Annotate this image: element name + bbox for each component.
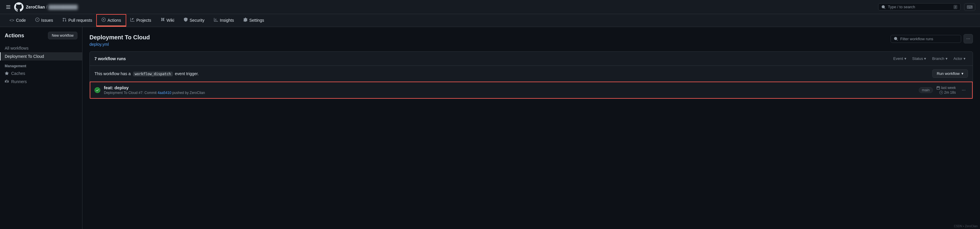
tab-issues[interactable]: Issues: [30, 15, 58, 26]
repo-path: ZeroClian / ██████████: [26, 5, 78, 9]
status-filter[interactable]: Status ▾: [910, 55, 929, 62]
run-item[interactable]: feat: deploy Deployment To Cloud #7: Com…: [90, 82, 973, 99]
sidebar-item-all-workflows[interactable]: All workflows: [0, 44, 82, 52]
filter-input[interactable]: Filter workflow runs: [891, 35, 961, 43]
repo-name[interactable]: ██████████: [48, 5, 77, 9]
commit-hash-link[interactable]: 4aa5410: [158, 91, 172, 95]
runs-header: 7 workflow runs Event ▾ Status ▾ Branch …: [90, 52, 973, 66]
runs-container: 7 workflow runs Event ▾ Status ▾ Branch …: [89, 51, 973, 99]
sidebar-title: Actions: [5, 33, 24, 39]
actor-filter-label: Actor: [953, 56, 963, 61]
runs-count: 7 workflow runs: [94, 56, 126, 61]
branch-filter-label: Branch: [932, 56, 944, 61]
run-detail-suffix: pushed by ZeroClian: [172, 91, 205, 95]
workflow-file-link[interactable]: deploy.yml: [89, 42, 109, 47]
caches-label: Caches: [11, 71, 25, 76]
terminal-button[interactable]: ⌨: [964, 3, 975, 11]
run-info: feat: deploy Deployment To Cloud #7: Com…: [104, 85, 915, 95]
tab-pr-label: Pull requests: [68, 18, 92, 23]
sidebar-item-runners[interactable]: Runners: [0, 77, 82, 86]
run-branch-badge: main: [919, 87, 933, 93]
sidebar: Actions New workflow All workflows Deplo…: [0, 27, 83, 229]
tab-code[interactable]: <> Code: [5, 15, 30, 26]
tab-projects[interactable]: Projects: [126, 15, 156, 26]
check-icon: [95, 88, 99, 92]
tab-security-label: Security: [189, 18, 205, 23]
filter-bar: Filter workflow runs ···: [891, 34, 973, 43]
tab-insights-label: Insights: [220, 18, 234, 23]
run-detail: Deployment To Cloud #7: Commit 4aa5410 p…: [104, 91, 915, 95]
run-workflow-chevron: ▾: [961, 71, 964, 76]
footer-attribution: CSDN • ZeroClian: [954, 224, 978, 228]
run-duration-label: 2m 18s: [944, 90, 956, 95]
calendar-icon: [937, 86, 940, 90]
sidebar-header: Actions New workflow: [0, 32, 82, 44]
trigger-text: This workflow has a workflow_dispatch ev…: [94, 71, 199, 76]
runners-icon: [5, 80, 9, 84]
main-layout: Actions New workflow All workflows Deplo…: [0, 27, 980, 229]
sidebar-item-deployment-to-cloud[interactable]: Deployment To Cloud: [0, 52, 82, 60]
workflow-title: Deployment To Cloud: [89, 34, 150, 41]
status-filter-label: Status: [912, 56, 923, 61]
run-more-button[interactable]: ···: [959, 86, 968, 94]
pr-icon: [62, 17, 67, 23]
tab-settings[interactable]: Settings: [239, 15, 269, 26]
run-name: feat: deploy: [104, 85, 915, 90]
workflow-info: Deployment To Cloud deploy.yml: [89, 34, 150, 47]
content-area: Deployment To Cloud deploy.yml Filter wo…: [83, 27, 980, 229]
tab-insights[interactable]: Insights: [209, 15, 239, 26]
hamburger-button[interactable]: [5, 3, 12, 11]
event-chevron-icon: ▾: [904, 56, 907, 61]
tab-settings-label: Settings: [249, 18, 264, 23]
issues-icon: [35, 17, 40, 23]
caches-icon: [5, 71, 9, 76]
security-icon: [184, 17, 188, 23]
run-time-label: last week: [941, 86, 956, 90]
tab-wiki-label: Wiki: [167, 18, 174, 23]
tab-pull-requests[interactable]: Pull requests: [58, 15, 97, 26]
search-bar[interactable]: Type / to search /: [878, 3, 961, 11]
settings-icon: [243, 17, 248, 23]
projects-icon: [130, 17, 135, 23]
tab-issues-label: Issues: [41, 18, 53, 23]
run-meta: last week 2m 18s: [937, 86, 956, 95]
tab-code-label: Code: [16, 18, 25, 23]
tab-security[interactable]: Security: [179, 15, 209, 26]
sidebar-item-caches[interactable]: Caches: [0, 69, 82, 77]
topbar-right: ⌨: [964, 3, 975, 11]
runs-filters: Event ▾ Status ▾ Branch ▾ Actor ▾: [891, 55, 968, 62]
user-name[interactable]: ZeroClian: [26, 5, 45, 9]
search-placeholder: Type / to search: [888, 5, 915, 9]
content-header: Deployment To Cloud deploy.yml Filter wo…: [89, 34, 973, 47]
run-meta-duration: 2m 18s: [937, 90, 956, 95]
status-chevron-icon: ▾: [924, 56, 926, 61]
trigger-suffix: event trigger.: [175, 71, 199, 76]
run-detail-prefix: Deployment To Cloud #7: Commit: [104, 91, 157, 95]
insights-icon: [214, 17, 218, 23]
trigger-code: workflow_dispatch: [133, 72, 173, 76]
search-shortcut: /: [953, 5, 957, 9]
code-icon: <>: [10, 18, 14, 23]
run-meta-time: last week: [937, 86, 956, 90]
path-separator: /: [46, 5, 48, 9]
github-logo: [14, 2, 24, 12]
runners-label: Runners: [11, 79, 27, 84]
event-filter-label: Event: [893, 56, 903, 61]
actions-icon: [102, 17, 106, 23]
tab-wiki[interactable]: Wiki: [156, 15, 179, 26]
run-workflow-button[interactable]: Run workflow ▾: [932, 69, 968, 78]
branch-filter[interactable]: Branch ▾: [930, 55, 950, 62]
new-workflow-button[interactable]: New workflow: [48, 32, 77, 39]
event-filter[interactable]: Event ▾: [891, 55, 908, 62]
sidebar-management-title: Management: [0, 60, 82, 69]
filter-more-button[interactable]: ···: [964, 34, 973, 43]
clock-icon: [939, 91, 943, 94]
tab-projects-label: Projects: [136, 18, 151, 23]
run-workflow-label: Run workflow: [937, 71, 960, 76]
filter-search-icon: [894, 37, 898, 41]
actor-filter[interactable]: Actor ▾: [951, 55, 968, 62]
tab-actions[interactable]: Actions: [97, 15, 126, 26]
tab-actions-label: Actions: [107, 18, 121, 23]
actor-chevron-icon: ▾: [964, 56, 966, 61]
nav-tabs: <> Code Issues Pull requests Actions Pro…: [0, 14, 980, 27]
